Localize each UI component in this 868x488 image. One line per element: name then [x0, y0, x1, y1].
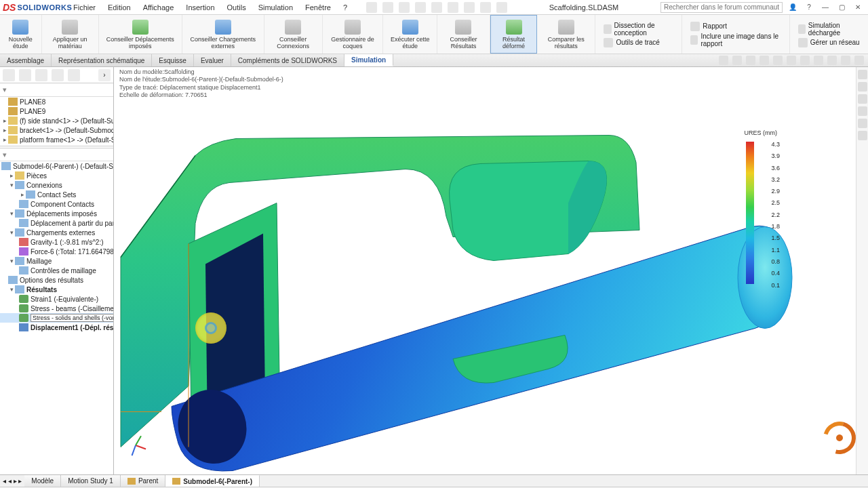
zoom-area-icon[interactable]: [732, 56, 742, 65]
cmd-report[interactable]: Rapport: [688, 21, 783, 32]
tab-schematic[interactable]: Représentation schématique: [52, 54, 152, 66]
result-displacement[interactable]: Displacement1 (-Dépl. résultant: [0, 323, 113, 332]
study-filter[interactable]: ▾: [0, 148, 113, 161]
appearances-icon[interactable]: [858, 119, 867, 128]
appearance-icon[interactable]: [814, 56, 823, 65]
fm-tree-icon[interactable]: [3, 69, 15, 81]
study-gravity[interactable]: Gravity-1 (:-9.81 m/s^2:): [0, 237, 113, 247]
study-root[interactable]: Submodel-6(-Parent-) (-Default-Submode: [0, 161, 113, 171]
menu-edit[interactable]: Edition: [102, 2, 136, 13]
graphics-area[interactable]: Nom du modèle:Scaffolding Nom de l'étude…: [114, 67, 868, 474]
cmd-connections[interactable]: Conseiller Connexions: [264, 15, 323, 54]
save-icon[interactable]: [415, 2, 426, 13]
cmd-include-image[interactable]: Inclure une image dans le rapport: [688, 32, 783, 48]
menu-view[interactable]: Affichage: [138, 2, 180, 13]
display-style-icon[interactable]: [787, 56, 796, 65]
cmd-deformed-result[interactable]: Résultat déformé: [490, 15, 537, 54]
select-icon[interactable]: [464, 2, 475, 13]
study-external-loads[interactable]: ▾Chargements externes: [0, 228, 113, 237]
config-mgr-icon[interactable]: [35, 69, 47, 81]
study-component-contacts[interactable]: Component Contacts: [0, 199, 113, 209]
menu-help[interactable]: ?: [338, 2, 353, 13]
study-parts[interactable]: ▸Pièces: [0, 171, 113, 180]
dimxpert-icon[interactable]: [52, 69, 64, 81]
user-icon[interactable]: 👤: [787, 3, 799, 12]
sw-resources-icon[interactable]: [858, 70, 867, 79]
tab-addins[interactable]: Compléments de SOLIDWORKS: [231, 54, 344, 66]
tree-component[interactable]: ▸bracket<1> -> (Default-Submodel-: [0, 125, 113, 135]
menu-insert[interactable]: Insertion: [180, 2, 220, 13]
prev-view-icon[interactable]: [746, 56, 755, 65]
study-mesh-ctrl[interactable]: Contrôles de maillage: [0, 266, 113, 275]
cmd-compare-results[interactable]: Comparer les résultats: [537, 15, 595, 54]
cmd-loads[interactable]: Conseiller Chargements externes: [182, 15, 264, 54]
cmd-run-study[interactable]: Exécuter cette étude: [383, 15, 437, 54]
property-mgr-icon[interactable]: [19, 69, 31, 81]
minimize-icon[interactable]: —: [819, 3, 831, 12]
open-icon[interactable]: [399, 2, 410, 13]
menu-simulation[interactable]: Simulation: [253, 2, 298, 13]
view-settings-icon[interactable]: [841, 56, 850, 65]
file-explorer-icon[interactable]: [858, 94, 867, 104]
cmd-results-advisor[interactable]: Conseiller Résultats: [437, 15, 490, 54]
study-fixture-parent[interactable]: Déplacement à partir du parent(-F: [0, 218, 113, 228]
render-icon[interactable]: [854, 56, 864, 65]
options-icon[interactable]: [496, 2, 507, 13]
hide-show-icon[interactable]: [800, 56, 810, 65]
study-fixtures[interactable]: ▾Déplacements imposés: [0, 209, 113, 218]
result-strain[interactable]: Strain1 (-Equivalente-): [0, 294, 113, 304]
tab-sketch[interactable]: Esquisse: [152, 54, 194, 66]
cmd-material[interactable]: Appliquer un matériau: [42, 15, 99, 54]
tab-model[interactable]: Modèle: [24, 475, 61, 487]
tab-simulation[interactable]: Simulation: [344, 54, 393, 66]
split-bar[interactable]: [0, 146, 113, 146]
menu-file[interactable]: Fichier: [68, 2, 101, 13]
view-palette-icon[interactable]: [858, 106, 867, 116]
help-icon[interactable]: ?: [803, 3, 815, 12]
tab-nav-controls[interactable]: ◂ ◂ ▸ ▸: [0, 475, 24, 487]
tab-evaluate[interactable]: Evaluer: [194, 54, 231, 66]
menu-window[interactable]: Fenêtre: [300, 2, 336, 13]
triad[interactable]: [127, 436, 149, 458]
tree-plane[interactable]: PLANE9: [0, 106, 113, 116]
cmd-new-study[interactable]: Nouvelle étude: [0, 15, 42, 54]
rebuild-icon[interactable]: [480, 2, 491, 13]
study-mesh[interactable]: ▾Maillage: [0, 256, 113, 266]
cmd-offloaded-sim[interactable]: Simulation déchargée: [795, 21, 863, 37]
design-library-icon[interactable]: [858, 82, 867, 92]
tab-parent-study[interactable]: Parent: [121, 475, 165, 487]
result-stress-solids-tooltip[interactable]: Stress - solids and shells (-vonMises-): [0, 313, 113, 323]
cmd-manage-network[interactable]: Gérer un réseau: [795, 37, 863, 48]
tree-plane[interactable]: PLANE8: [0, 97, 113, 106]
view-orient-icon[interactable]: [773, 56, 783, 65]
close-icon[interactable]: ✕: [852, 3, 864, 12]
tree-component[interactable]: ▸platform frame<1> -> (Default-Sub: [0, 135, 113, 144]
expand-panel-icon[interactable]: ›: [98, 69, 111, 81]
cmd-fixtures[interactable]: Conseiller Déplacements imposés: [99, 15, 182, 54]
fm-filter[interactable]: ▾: [0, 83, 113, 97]
tab-assemblage[interactable]: Assemblage: [0, 54, 52, 66]
new-icon[interactable]: [382, 2, 393, 13]
study-contact-sets[interactable]: ▸Contact Sets: [0, 190, 113, 199]
cmd-design-insight[interactable]: Dissection de conception: [601, 21, 676, 37]
custom-props-icon[interactable]: [858, 131, 867, 140]
maximize-icon[interactable]: ▢: [835, 3, 848, 12]
study-force[interactable]: Force-6 (:Total: 171.66479821 N:): [0, 247, 113, 256]
menu-tools[interactable]: Outils: [222, 2, 252, 13]
undo-icon[interactable]: [448, 2, 458, 13]
zoom-fit-icon[interactable]: [719, 56, 728, 65]
cmd-plot-tools[interactable]: Outils de tracé: [601, 37, 676, 48]
section-icon[interactable]: [760, 56, 769, 65]
study-result-options[interactable]: Options des résultats: [0, 275, 113, 285]
tree-component[interactable]: ▸(f) side stand<1> -> (Default-Subm: [0, 116, 113, 125]
home-icon[interactable]: [366, 2, 377, 13]
search-input[interactable]: [660, 2, 783, 13]
study-connections[interactable]: ▾Connexions: [0, 180, 113, 190]
scene-icon[interactable]: [827, 56, 837, 65]
tab-motion-study[interactable]: Motion Study 1: [61, 475, 121, 487]
print-icon[interactable]: [431, 2, 442, 13]
cmd-shell-mgr[interactable]: Gestionnaire de coques: [323, 15, 384, 54]
color-legend[interactable]: [743, 142, 758, 284]
result-stress-beams[interactable]: Stress - beams (-Cisaillement suiv: [0, 304, 113, 313]
study-results[interactable]: ▾Résultats: [0, 285, 113, 294]
